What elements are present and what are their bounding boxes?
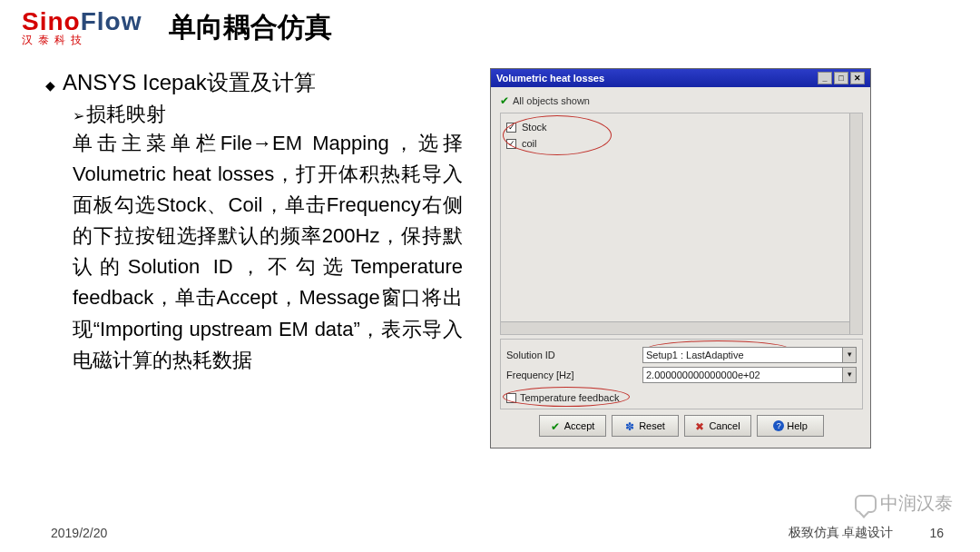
bullet-level2: ➢损耗映射 bbox=[73, 101, 463, 128]
check-icon: ✔ bbox=[551, 420, 562, 431]
maximize-icon[interactable]: □ bbox=[834, 72, 848, 84]
cancel-icon: ✖ bbox=[695, 420, 706, 431]
select-solution-id-value: Setup1 : LastAdaptive bbox=[646, 350, 744, 360]
help-button-label: Help bbox=[787, 420, 808, 431]
status-text: All objects shown bbox=[513, 95, 590, 106]
help-button[interactable]: ?Help bbox=[757, 415, 824, 437]
reset-button-label: Reset bbox=[639, 420, 665, 431]
annotation-circle-list bbox=[503, 115, 612, 155]
dialog-title-text: Volumetric heat losses bbox=[496, 73, 816, 84]
label-frequency: Frequency [Hz] bbox=[506, 370, 642, 380]
reset-button[interactable]: ✽Reset bbox=[612, 415, 679, 437]
cancel-button-label: Cancel bbox=[709, 420, 740, 431]
chevron-down-icon[interactable]: ▾ bbox=[842, 368, 856, 382]
paragraph: 单击主菜单栏File→EM Mapping，选择Volumetric heat … bbox=[73, 128, 463, 376]
footer-page-number: 16 bbox=[929, 526, 944, 540]
label-solution-id: Solution ID bbox=[506, 350, 642, 360]
watermark-text: 中润汉泰 bbox=[880, 491, 953, 516]
dialog-volumetric-heat-losses: Volumetric heat losses _ □ ✕ ✔ All objec… bbox=[490, 68, 871, 448]
accept-button[interactable]: ✔Accept bbox=[539, 415, 606, 437]
logo-text-flow: Flow bbox=[81, 7, 142, 35]
cancel-button[interactable]: ✖Cancel bbox=[684, 415, 751, 437]
page-title: 单向耦合仿真 bbox=[169, 9, 332, 46]
bullet-level1-text: ANSYS Icepak设置及计算 bbox=[63, 68, 316, 97]
dialog-titlebar[interactable]: Volumetric heat losses _ □ ✕ bbox=[491, 69, 870, 87]
check-icon: ✔ bbox=[500, 94, 509, 107]
footer-date: 2019/2/20 bbox=[51, 526, 107, 540]
chevron-down-icon[interactable]: ▾ bbox=[842, 348, 856, 362]
footer-slogan: 极致仿真 卓越设计 bbox=[789, 525, 894, 541]
logo-text-sino: Sino bbox=[22, 7, 81, 35]
status-row: ✔ All objects shown bbox=[500, 94, 863, 107]
annotation-circle-tempfeedback bbox=[503, 387, 630, 407]
close-icon[interactable]: ✕ bbox=[850, 72, 865, 84]
button-row: ✔Accept ✽Reset ✖Cancel ?Help bbox=[500, 415, 863, 440]
form-area: Solution ID Setup1 : LastAdaptive▾ Frequ… bbox=[500, 339, 863, 409]
minimize-icon[interactable]: _ bbox=[818, 72, 832, 84]
help-icon: ? bbox=[773, 420, 784, 431]
watermark: 中润汉泰 bbox=[855, 491, 953, 516]
logo: SinoFlow 汉泰科技 bbox=[22, 7, 142, 48]
bullet-level1: ◆ANSYS Icepak设置及计算 bbox=[45, 68, 463, 97]
wechat-icon bbox=[855, 495, 877, 513]
object-list: ✓ Stock ✓ coil bbox=[500, 113, 863, 335]
select-solution-id[interactable]: Setup1 : LastAdaptive▾ bbox=[642, 347, 857, 363]
reset-icon: ✽ bbox=[625, 420, 636, 431]
select-frequency-value: 2.000000000000000e+02 bbox=[646, 370, 760, 380]
scrollbar-horizontal[interactable] bbox=[501, 321, 849, 334]
accept-button-label: Accept bbox=[564, 420, 595, 431]
select-frequency[interactable]: 2.000000000000000e+02▾ bbox=[642, 367, 857, 383]
scrollbar-vertical[interactable] bbox=[849, 113, 862, 334]
bullet-level2-text: 损耗映射 bbox=[86, 103, 166, 125]
